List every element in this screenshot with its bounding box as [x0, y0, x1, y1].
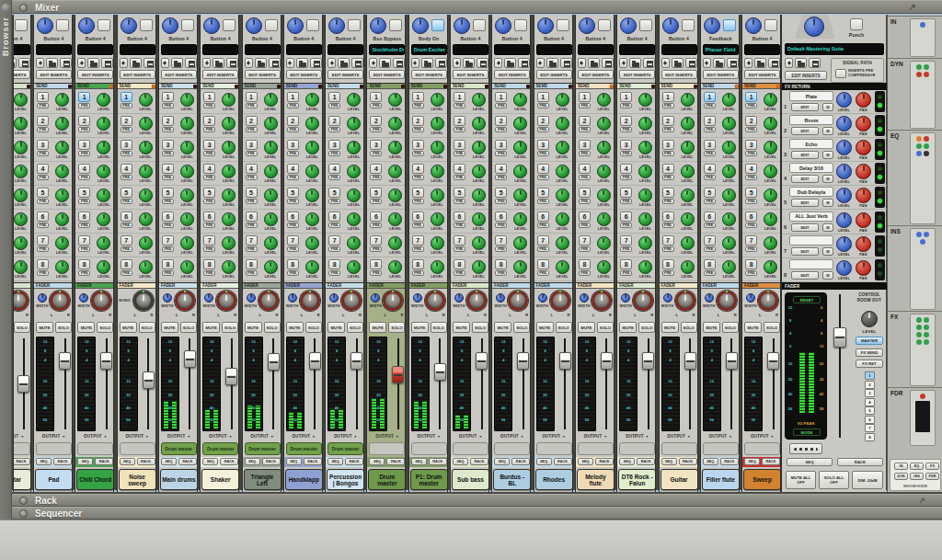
master-insert-display[interactable]: Default Mastering Suite — [785, 43, 884, 55]
send-level-knob[interactable] — [347, 165, 361, 178]
send-enable-button[interactable]: 3 — [579, 140, 591, 150]
send-pre-button[interactable]: PRE — [203, 103, 215, 109]
send-pre-button[interactable]: PRE — [454, 127, 465, 132]
send-level-knob[interactable] — [139, 141, 153, 154]
input-gain-knob[interactable] — [704, 17, 720, 34]
send-enable-button[interactable]: 2 — [704, 116, 716, 126]
send-pre-button[interactable]: PRE — [537, 127, 549, 132]
channel-name-box[interactable]: Percussion | Bongos — [327, 469, 364, 490]
send-level-knob[interactable] — [180, 141, 194, 154]
send-enable-button[interactable]: 8 — [620, 259, 632, 269]
send-enable-button[interactable]: 4 — [370, 164, 382, 174]
send-enable-button[interactable]: 8 — [328, 259, 340, 269]
channel-top-button[interactable] — [265, 19, 278, 31]
send-enable-button[interactable]: 7 — [203, 235, 215, 246]
send-enable-button[interactable]: 4 — [579, 164, 591, 174]
send-level-knob[interactable] — [556, 189, 569, 202]
input-gain-knob[interactable] — [37, 17, 53, 34]
edit-inserts-button[interactable]: EDIT INSERTS — [286, 70, 322, 79]
send-level-knob[interactable] — [388, 212, 402, 226]
send-enable-button[interactable]: 5 — [287, 188, 299, 198]
edit-inserts-button[interactable]: EDIT INSERTS — [245, 70, 281, 79]
edit-inserts-button[interactable]: EDIT INSERTS — [13, 70, 30, 79]
stereo-width-knob[interactable] — [163, 293, 172, 303]
send-level-knob[interactable] — [764, 141, 777, 154]
output-selector[interactable]: OUTPUT▼ — [409, 434, 448, 439]
rack-button[interactable]: RACK — [511, 458, 530, 465]
fx-return-name-field[interactable]: Plate — [789, 91, 833, 101]
send-pre-button[interactable]: PRE — [579, 127, 591, 132]
send-pre-button[interactable]: PRE — [162, 175, 174, 180]
send-enable-button[interactable]: 5 — [370, 188, 382, 198]
edit-inserts-button[interactable]: EDIT INSERTS — [202, 70, 238, 79]
channel-name-box[interactable]: Burdus - BL — [493, 469, 531, 490]
patch-browse-button[interactable] — [13, 58, 17, 68]
send-enable-button[interactable]: 5 — [662, 188, 674, 198]
patch-save-button[interactable] — [643, 58, 655, 68]
send-pre-button[interactable]: PRE — [537, 199, 549, 204]
send-level-knob[interactable] — [556, 165, 569, 178]
send-pre-button[interactable]: PRE — [579, 151, 591, 156]
pan-knob[interactable] — [550, 291, 570, 311]
edit-inserts-button[interactable]: EDIT INSERTS — [744, 70, 780, 79]
send-enable-button[interactable]: 4 — [745, 164, 757, 174]
send-enable-button[interactable]: 8 — [454, 259, 465, 269]
send-pre-button[interactable]: PRE — [370, 246, 382, 252]
channel-name-box[interactable]: Shaker — [201, 469, 239, 490]
send-pre-button[interactable]: PRE — [78, 199, 90, 204]
pan-knob[interactable] — [300, 291, 320, 311]
send-enable-button[interactable]: 1 — [454, 92, 465, 102]
navigator-section-fx[interactable]: FX — [888, 311, 942, 387]
send-pre-button[interactable]: PRE — [370, 151, 382, 156]
solo-button[interactable]: SOLO — [722, 322, 739, 333]
send-enable-button[interactable]: 5 — [495, 188, 507, 198]
edit-inserts-button[interactable]: EDIT INSERTS — [36, 70, 72, 79]
send-pre-button[interactable]: PRE — [412, 175, 424, 180]
seq-button[interactable]: SEQ — [536, 458, 552, 465]
send-pre-button[interactable]: PRE — [579, 223, 591, 228]
send-enable-button[interactable]: 4 — [495, 164, 507, 174]
seq-button[interactable]: SEQ — [744, 458, 760, 465]
mute-button[interactable]: MUTE — [578, 322, 595, 333]
fader-handle[interactable] — [434, 363, 446, 381]
rack-button[interactable]: RACK — [345, 458, 363, 465]
send-level-knob[interactable] — [764, 93, 777, 107]
stereo-width-knob[interactable] — [705, 293, 714, 303]
meter-mode-button[interactable]: MODE — [793, 429, 821, 436]
send-pre-button[interactable]: PRE — [37, 151, 49, 156]
send-level-knob[interactable] — [722, 212, 736, 226]
send-level-knob[interactable] — [264, 93, 278, 107]
edit-inserts-button[interactable]: EDIT INSERTS — [661, 70, 697, 79]
input-gain-knob[interactable] — [745, 17, 762, 34]
send-pre-button[interactable]: PRE — [454, 151, 465, 156]
rack-titlebar[interactable]: Rack ↗ — [12, 494, 942, 507]
send-level-knob[interactable] — [222, 141, 236, 154]
output-destination-box[interactable] — [120, 442, 155, 455]
send-enable-button[interactable]: 3 — [287, 140, 299, 150]
insert-name-display[interactable] — [77, 44, 113, 55]
send-enable-button[interactable]: 7 — [454, 235, 465, 246]
send-pre-button[interactable]: PRE — [203, 270, 215, 276]
patch-save-button[interactable] — [18, 58, 30, 68]
send-pre-button[interactable]: PRE — [287, 175, 299, 180]
patch-browse-button[interactable] — [546, 58, 558, 68]
insert-name-display[interactable] — [327, 44, 363, 55]
send-level-knob[interactable] — [139, 260, 153, 274]
send-enable-button[interactable]: 4 — [704, 164, 716, 174]
send-pre-button[interactable]: PRE — [662, 199, 674, 204]
rack-button[interactable]: RACK — [304, 458, 322, 465]
insert-name-display[interactable] — [161, 44, 197, 55]
send-pre-button[interactable]: PRE — [454, 223, 465, 228]
send-pre-button[interactable]: PRE — [328, 103, 340, 109]
fx-return-m-button[interactable]: M — [822, 223, 833, 232]
seq-button[interactable]: SEQ — [36, 458, 52, 465]
fader-handle[interactable] — [59, 352, 71, 370]
pan-knob[interactable] — [758, 291, 778, 311]
pan-knob[interactable] — [258, 291, 279, 311]
channel-name-box[interactable]: Pad — [35, 469, 73, 490]
send-level-knob[interactable] — [556, 93, 569, 107]
edit-inserts-button[interactable]: EDIT INSERTS — [327, 70, 363, 79]
send-level-knob[interactable] — [55, 236, 69, 250]
send-pre-button[interactable]: PRE — [246, 103, 258, 109]
send-level-knob[interactable] — [264, 236, 278, 250]
